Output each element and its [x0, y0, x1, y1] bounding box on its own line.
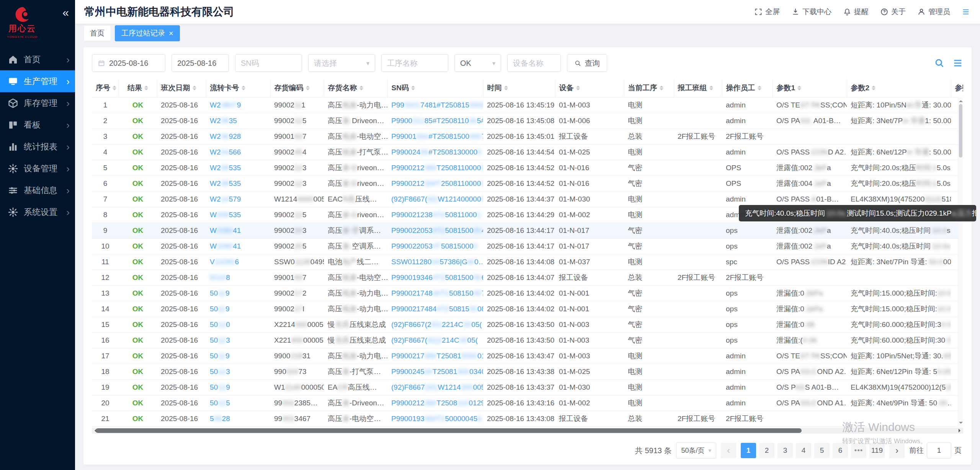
table-row[interactable]: 2OK2025-08-16W2083599002125高压束-Driveon…P…: [92, 113, 963, 128]
table-cell[interactable]: 50119: [206, 285, 270, 301]
table-cell[interactable]: P990021238#T25081100000: [387, 160, 483, 176]
table-cell[interactable]: 50119: [206, 348, 270, 364]
download-center-button[interactable]: 下载中心: [791, 7, 831, 17]
table-cell[interactable]: W214579: [206, 191, 270, 207]
column-header-3[interactable]: 流转卡号: [206, 79, 270, 97]
page-button-6[interactable]: 6: [833, 443, 848, 458]
sort-icon[interactable]: [144, 84, 148, 92]
table-cell[interactable]: W208535: [206, 176, 270, 191]
column-header-13[interactable]: 参数2: [847, 79, 951, 97]
vertical-scrollbar[interactable]: [958, 97, 963, 427]
result-select[interactable]: OK ▾: [454, 54, 501, 72]
table-cell[interactable]: W208535: [206, 207, 270, 223]
sidebar-item-home[interactable]: 首页›: [0, 49, 75, 70]
table-cell[interactable]: 50119: [206, 301, 270, 317]
table-cell[interactable]: 50120: [206, 317, 270, 332]
sort-icon[interactable]: [576, 84, 580, 92]
table-cell[interactable]: SSW0112800457386|GW0…: [387, 254, 483, 270]
table-row[interactable]: 14OK2025-08-16501199900217I高压线束-动力电…P990…: [92, 301, 963, 317]
tab-process-records[interactable]: 工序过站记录 ×: [115, 25, 180, 41]
sort-icon[interactable]: [504, 84, 508, 92]
table-row[interactable]: 11OK2025-08-16V102806SSW011280495电池包产线二……: [92, 254, 963, 270]
sort-icon[interactable]: [113, 84, 116, 92]
table-row[interactable]: 18OK2025-08-165012399002473高压束-打气泵…P9900…: [92, 364, 963, 379]
sort-icon[interactable]: [359, 84, 363, 92]
vertical-scroll-thumb[interactable]: [959, 104, 962, 158]
column-header-11[interactable]: 操作员工: [722, 79, 773, 97]
table-row[interactable]: 12OK2025-08-165019899001937高压线束-电动空…P990…: [92, 270, 963, 285]
table-cell[interactable]: P990021239#T25081100000: [387, 176, 483, 191]
table-cell[interactable]: W206928: [206, 128, 270, 144]
table-cell[interactable]: P99001934#T250815000007#: [387, 128, 483, 144]
table-cell[interactable]: 50129: [206, 379, 270, 395]
sort-icon[interactable]: [797, 84, 801, 92]
table-cell[interactable]: P9900217484#T25081500089…: [387, 301, 483, 317]
table-row[interactable]: 6OK2025-08-16W20853599002123高压束-Driveon……: [92, 176, 963, 191]
table-cell[interactable]: P990019346#T25081500006…: [387, 270, 483, 285]
sidebar-item-reports[interactable]: 统计报表›: [0, 136, 75, 158]
table-cell[interactable]: (92)F8667(92)2214C0005(: [387, 332, 483, 348]
table-row[interactable]: 13OK2025-08-165011999002172高压线束-动力电…P990…: [92, 285, 963, 301]
collapse-sidebar-button[interactable]: «: [59, 5, 72, 20]
sort-icon[interactable]: [193, 84, 196, 92]
table-row[interactable]: 7OK2025-08-16W214579W121400000050EACR高压线…: [92, 191, 963, 207]
sort-icon[interactable]: [709, 84, 713, 92]
tab-home[interactable]: 首页: [83, 25, 111, 41]
more-pages-button[interactable]: •••: [851, 443, 866, 458]
table-cell[interactable]: P9900217484#T25081500071…: [387, 285, 483, 301]
select-dropdown[interactable]: 请选择 ▾: [308, 54, 375, 72]
admin-user-menu[interactable]: 管理员: [917, 7, 950, 17]
page-button-5[interactable]: 5: [814, 443, 830, 458]
table-row[interactable]: 17OK2025-08-1650119990021831高压线束-动力电…P99…: [92, 348, 963, 364]
device-name-input[interactable]: 设备名称: [507, 54, 561, 72]
column-header-1[interactable]: 结果: [119, 79, 157, 97]
sidebar-item-basicinfo[interactable]: 基础信息›: [0, 179, 75, 201]
fullscreen-button[interactable]: 全屏: [754, 7, 780, 17]
horizontal-scroll-thumb[interactable]: [96, 428, 802, 433]
sidebar-item-kanban[interactable]: 看板›: [0, 114, 75, 136]
brand-logo[interactable]: 用心云 YONGXIN CLOUD: [7, 5, 38, 39]
scroll-right-arrow-icon[interactable]: [959, 429, 962, 433]
column-header-14[interactable]: 参数3: [951, 79, 963, 97]
page-button-4[interactable]: 4: [796, 443, 811, 458]
search-icon[interactable]: [934, 58, 945, 68]
column-header-9[interactable]: 当前工序: [624, 79, 674, 97]
column-header-0[interactable]: 序号: [92, 79, 119, 97]
next-page-button[interactable]: ›: [889, 443, 905, 458]
table-cell[interactable]: V102806: [206, 254, 270, 270]
table-cell[interactable]: P990021238#T2508110001: [387, 207, 483, 223]
sort-icon[interactable]: [306, 84, 310, 92]
table-row[interactable]: 21OK2025-08-1650628990013467高压束-电动空…P990…: [92, 411, 963, 426]
scroll-up-arrow-icon[interactable]: [959, 98, 963, 102]
table-cell[interactable]: P99002456#T250813000340…: [387, 364, 483, 379]
horizontal-scrollbar[interactable]: [92, 428, 963, 434]
column-header-8[interactable]: 设备: [555, 79, 624, 97]
table-cell[interactable]: P990022053#T25081500004: [387, 223, 483, 238]
table-row[interactable]: 9OK2025-08-16W20804199002203高压束-空调系…P990…: [92, 223, 963, 238]
column-header-12[interactable]: 参数1: [773, 79, 847, 97]
table-cell[interactable]: P9900217481#T250815000060#: [387, 97, 483, 113]
sort-icon[interactable]: [660, 84, 663, 92]
table-cell[interactable]: W20835: [206, 113, 270, 128]
column-header-5[interactable]: 存货名称: [324, 79, 387, 97]
table-row[interactable]: 4OK2025-08-16W20456699002454高压线束-打气泵…P99…: [92, 144, 963, 160]
table-cell[interactable]: P99002456#T25081300000: [387, 144, 483, 160]
column-settings-icon[interactable]: [952, 58, 963, 68]
header-menu-button[interactable]: [962, 8, 970, 16]
page-button-2[interactable]: 2: [759, 443, 774, 458]
table-cell[interactable]: 50125: [206, 395, 270, 411]
sort-icon[interactable]: [758, 84, 761, 92]
page-button-3[interactable]: 3: [777, 443, 793, 458]
table-cell[interactable]: P990021238#T250811001290…: [387, 395, 483, 411]
page-button-119[interactable]: 119: [869, 443, 885, 458]
sidebar-item-settings[interactable]: 系统设置›: [0, 201, 75, 223]
table-cell[interactable]: W204566: [206, 144, 270, 160]
column-header-6[interactable]: SN码: [387, 79, 483, 97]
table-cell[interactable]: P990019346#T2500000456: [387, 411, 483, 426]
table-row[interactable]: 15OK2025-08-1650120X22140000005慢充高压线束总成(…: [92, 317, 963, 332]
table-cell[interactable]: 50123: [206, 332, 270, 348]
table-cell[interactable]: (92)F8667(92)W1214000005: [387, 191, 483, 207]
table-row[interactable]: 19OK2025-08-1650129W12140000050EACR高压线…(…: [92, 379, 963, 395]
search-button[interactable]: 查询: [567, 54, 607, 72]
process-name-input[interactable]: 工序名称: [381, 54, 448, 72]
